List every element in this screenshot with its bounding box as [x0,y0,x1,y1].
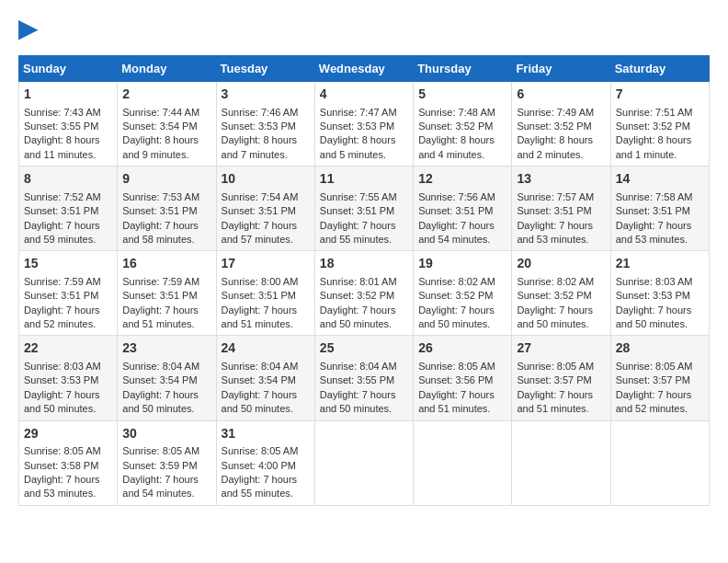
daylight: Daylight: 7 hours and 54 minutes. [122,474,199,499]
logo: ▶ [18,18,50,46]
sunset: Sunset: 3:51 PM [320,205,394,216]
daylight: Daylight: 8 hours and 7 minutes. [222,134,298,159]
daylight: Daylight: 8 hours and 2 minutes. [517,134,593,159]
sunset: Sunset: 3:51 PM [122,290,197,301]
calendar-header-thursday: Thursday [414,56,512,82]
sunrise: Sunrise: 8:02 AM [418,276,495,287]
sunrise: Sunrise: 7:55 AM [320,191,397,202]
sunset: Sunset: 3:51 PM [616,205,690,216]
daylight: Daylight: 8 hours and 5 minutes. [320,134,396,159]
day-number: 14 [616,170,704,189]
daylight: Daylight: 7 hours and 54 minutes. [418,220,495,245]
calendar-cell: 17 Sunrise: 8:00 AM Sunset: 3:51 PM Dayl… [216,251,314,336]
calendar-cell: 6 Sunrise: 7:49 AM Sunset: 3:52 PM Dayli… [512,82,610,167]
sunset: Sunset: 3:51 PM [222,290,296,301]
day-number: 20 [517,255,605,273]
sunrise: Sunrise: 8:05 AM [517,361,594,372]
daylight: Daylight: 7 hours and 51 minutes. [517,389,593,414]
sunset: Sunset: 3:52 PM [418,121,493,132]
day-number: 15 [24,255,112,273]
daylight: Daylight: 7 hours and 50 minutes. [222,389,298,414]
sunset: Sunset: 3:51 PM [122,205,197,216]
calendar-cell: 29 Sunrise: 8:05 AM Sunset: 3:58 PM Dayl… [19,420,118,505]
calendar-cell: 27 Sunrise: 8:05 AM Sunset: 3:57 PM Dayl… [512,336,610,420]
daylight: Daylight: 7 hours and 50 minutes. [320,304,396,329]
day-number: 1 [24,86,112,104]
sunset: Sunset: 3:55 PM [320,374,394,385]
day-number: 2 [122,86,210,104]
sunrise: Sunrise: 8:05 AM [616,361,693,372]
daylight: Daylight: 7 hours and 55 minutes. [320,220,396,245]
sunrise: Sunrise: 7:54 AM [222,191,299,202]
sunrise: Sunrise: 7:59 AM [122,276,199,287]
sunset: Sunset: 3:51 PM [24,205,98,216]
day-number: 31 [222,425,310,443]
calendar-cell: 22 Sunrise: 8:03 AM Sunset: 3:53 PM Dayl… [19,336,118,420]
calendar-cell [414,420,512,505]
sunrise: Sunrise: 8:02 AM [517,276,594,287]
sunset: Sunset: 3:54 PM [122,121,197,132]
day-number: 24 [222,339,310,358]
daylight: Daylight: 7 hours and 50 minutes. [24,389,100,414]
calendar-cell: 26 Sunrise: 8:05 AM Sunset: 3:56 PM Dayl… [414,336,512,420]
daylight: Daylight: 7 hours and 53 minutes. [24,474,100,499]
sunset: Sunset: 4:00 PM [222,460,296,471]
sunset: Sunset: 3:51 PM [222,205,296,216]
calendar-cell: 25 Sunrise: 8:04 AM Sunset: 3:55 PM Dayl… [314,336,413,420]
day-number: 13 [517,170,605,189]
sunset: Sunset: 3:53 PM [222,121,296,132]
calendar-cell [314,420,413,505]
sunrise: Sunrise: 8:01 AM [320,276,397,287]
day-number: 5 [418,86,506,104]
sunrise: Sunrise: 8:00 AM [222,276,299,287]
calendar-cell: 12 Sunrise: 7:56 AM Sunset: 3:51 PM Dayl… [414,167,512,251]
calendar-cell: 9 Sunrise: 7:53 AM Sunset: 3:51 PM Dayli… [118,167,216,251]
day-number: 22 [24,339,112,358]
day-number: 21 [616,255,704,273]
calendar-cell: 2 Sunrise: 7:44 AM Sunset: 3:54 PM Dayli… [118,82,216,167]
calendar-cell [610,420,709,505]
calendar-cell: 15 Sunrise: 7:59 AM Sunset: 3:51 PM Dayl… [19,251,118,336]
sunrise: Sunrise: 7:52 AM [24,191,101,202]
sunrise: Sunrise: 8:05 AM [24,445,101,456]
calendar-cell: 11 Sunrise: 7:55 AM Sunset: 3:51 PM Dayl… [314,167,413,251]
calendar-cell: 21 Sunrise: 8:03 AM Sunset: 3:53 PM Dayl… [610,251,709,336]
calendar-cell: 4 Sunrise: 7:47 AM Sunset: 3:53 PM Dayli… [314,82,413,167]
calendar-header-monday: Monday [118,56,216,82]
day-number: 17 [222,255,310,273]
sunrise: Sunrise: 7:57 AM [517,191,594,202]
calendar-cell [512,420,610,505]
day-number: 3 [222,86,310,104]
sunset: Sunset: 3:51 PM [24,290,98,301]
calendar-cell: 31 Sunrise: 8:05 AM Sunset: 4:00 PM Dayl… [216,420,314,505]
day-number: 18 [320,255,408,273]
sunset: Sunset: 3:52 PM [616,121,690,132]
daylight: Daylight: 8 hours and 11 minutes. [24,134,100,159]
calendar-cell: 8 Sunrise: 7:52 AM Sunset: 3:51 PM Dayli… [19,167,118,251]
day-number: 4 [320,86,408,104]
daylight: Daylight: 7 hours and 58 minutes. [122,220,199,245]
sunrise: Sunrise: 8:03 AM [24,361,101,372]
daylight: Daylight: 7 hours and 50 minutes. [122,389,199,414]
day-number: 8 [24,170,112,189]
daylight: Daylight: 7 hours and 57 minutes. [222,220,298,245]
sunset: Sunset: 3:52 PM [517,290,591,301]
calendar-cell: 30 Sunrise: 8:05 AM Sunset: 3:59 PM Dayl… [118,420,216,505]
daylight: Daylight: 7 hours and 55 minutes. [222,474,298,499]
sunset: Sunset: 3:52 PM [418,290,493,301]
sunset: Sunset: 3:51 PM [517,205,591,216]
calendar-cell: 3 Sunrise: 7:46 AM Sunset: 3:53 PM Dayli… [216,82,314,167]
sunrise: Sunrise: 7:53 AM [122,191,199,202]
day-number: 10 [222,170,310,189]
daylight: Daylight: 8 hours and 1 minute. [616,134,692,159]
calendar-table: SundayMondayTuesdayWednesdayThursdayFrid… [18,55,710,506]
sunrise: Sunrise: 7:46 AM [222,107,299,118]
sunset: Sunset: 3:59 PM [122,460,197,471]
calendar-cell: 1 Sunrise: 7:43 AM Sunset: 3:55 PM Dayli… [19,82,118,167]
calendar-cell: 20 Sunrise: 8:02 AM Sunset: 3:52 PM Dayl… [512,251,610,336]
sunset: Sunset: 3:53 PM [24,374,98,385]
sunrise: Sunrise: 8:03 AM [616,276,693,287]
daylight: Daylight: 8 hours and 4 minutes. [418,134,495,159]
day-number: 27 [517,339,605,358]
sunrise: Sunrise: 7:51 AM [616,107,693,118]
